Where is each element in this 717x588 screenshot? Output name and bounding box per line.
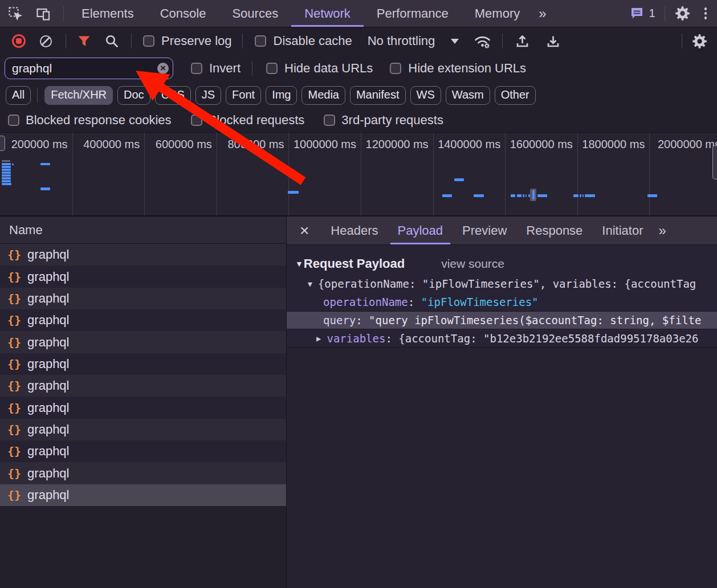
requests-pane: Name {}graphql{}graphql{}graphql{}graphq… <box>0 217 287 588</box>
menu-kebab-icon[interactable] <box>700 7 717 19</box>
tab-performance[interactable]: Performance <box>364 0 462 27</box>
request-row[interactable]: {}graphql <box>0 309 286 331</box>
waterfall-bar <box>2 169 11 171</box>
expand-triangle-icon[interactable]: ▶ <box>316 334 321 343</box>
request-row[interactable]: {}graphql <box>0 331 286 353</box>
waterfall-bar <box>2 166 11 168</box>
tab-memory[interactable]: Memory <box>462 0 533 27</box>
waterfall-bar <box>2 177 11 179</box>
request-row[interactable]: {}graphql <box>0 484 286 506</box>
chip-manifest[interactable]: Manifest <box>350 86 406 105</box>
preserve-log-checkbox[interactable] <box>143 35 154 47</box>
tab-sources[interactable]: Sources <box>219 0 291 27</box>
details-tab-initiator[interactable]: Initiator <box>592 217 653 244</box>
chip-doc[interactable]: Doc <box>117 86 150 105</box>
waterfall-bar <box>525 194 527 197</box>
request-row[interactable]: {}graphql <box>0 419 286 440</box>
time-label: 400000 ms <box>83 138 140 151</box>
network-conditions-icon[interactable] <box>473 34 492 49</box>
request-name: graphql <box>27 247 69 262</box>
time-label: 1000000 ms <box>294 138 356 151</box>
filter-bar: × Invert Hide data URLs Hide extension U… <box>0 55 717 82</box>
waterfall-bar <box>582 194 584 197</box>
tab-elements[interactable]: Elements <box>68 0 147 27</box>
inspect-element-icon[interactable] <box>8 6 23 21</box>
request-row[interactable]: {}graphql <box>0 440 286 462</box>
network-settings-gear-icon[interactable] <box>682 34 717 49</box>
chip-js[interactable]: JS <box>195 86 221 105</box>
invert-checkbox[interactable] <box>191 63 202 74</box>
name-column-header[interactable]: Name <box>0 217 286 244</box>
request-row[interactable]: {}graphql <box>0 244 286 266</box>
view-source-link[interactable]: view source <box>441 257 504 271</box>
request-row[interactable]: {}graphql <box>0 375 286 397</box>
details-tab-payload[interactable]: Payload <box>388 217 453 244</box>
tab-network[interactable]: Network <box>291 0 364 27</box>
tab-console[interactable]: Console <box>147 0 219 27</box>
hide-extension-urls-checkbox[interactable] <box>390 63 401 74</box>
waterfall-marker <box>530 189 536 201</box>
details-tab-preview[interactable]: Preview <box>453 217 516 244</box>
filter-funnel-icon[interactable] <box>77 35 91 48</box>
details-tab-headers[interactable]: Headers <box>321 217 388 244</box>
fetch-xhr-icon: {} <box>7 423 21 436</box>
device-toolbar-icon[interactable] <box>36 6 51 21</box>
devtools-window: ElementsConsoleSourcesNetworkPerformance… <box>0 0 717 588</box>
clear-filter-icon[interactable]: × <box>157 63 169 74</box>
network-overview[interactable]: 200000 ms400000 ms600000 ms800000 ms1000… <box>0 132 717 217</box>
payload-preview-row[interactable]: ▼{operationName: "ipFlowTimeseries", var… <box>287 275 717 293</box>
chip-media[interactable]: Media <box>302 86 345 105</box>
hide-data-urls-checkbox[interactable] <box>266 63 278 74</box>
request-row[interactable]: {}graphql <box>0 353 286 375</box>
fetch-xhr-icon: {} <box>7 467 21 480</box>
overview-right-grip[interactable] <box>712 145 717 179</box>
disable-cache-checkbox[interactable] <box>255 35 266 47</box>
fetch-xhr-icon: {} <box>7 270 21 284</box>
throttling-dropdown-icon[interactable] <box>451 39 459 44</box>
request-row[interactable]: {}graphql <box>0 462 286 484</box>
network-toolbar: Preserve log Disable cache No throttling <box>0 27 717 55</box>
blocked-requests-checkbox[interactable] <box>191 115 202 126</box>
clear-network-log-icon[interactable] <box>40 35 52 47</box>
close-details-icon[interactable]: × <box>287 217 321 244</box>
import-har-icon[interactable] <box>515 34 529 48</box>
payload-query-row[interactable]: query: "query ipFlowTimeseries($accountT… <box>287 311 717 329</box>
chip-ws[interactable]: WS <box>410 86 441 105</box>
collapse-triangle-icon[interactable]: ▼ <box>295 259 303 268</box>
3rd-party-requests-checkbox[interactable] <box>324 115 335 126</box>
chip-img[interactable]: Img <box>266 86 297 105</box>
main-tabbar-tabs: ElementsConsoleSourcesNetworkPerformance… <box>68 0 533 27</box>
request-row[interactable]: {}graphql <box>0 288 286 309</box>
chip-other[interactable]: Other <box>495 86 536 105</box>
settings-gear-icon[interactable] <box>665 6 700 21</box>
record-network-log-icon[interactable] <box>12 34 26 48</box>
blocked-response-cookies-checkbox[interactable] <box>8 115 19 126</box>
details-tab-response[interactable]: Response <box>516 217 592 244</box>
waterfall-bar <box>2 160 10 162</box>
chip-fetch-xhr[interactable]: Fetch/XHR <box>44 86 113 105</box>
waterfall-bar <box>517 194 522 197</box>
filter-input[interactable] <box>5 58 173 79</box>
waterfall-bar <box>2 172 11 174</box>
resource-type-filters: AllFetch/XHRDocCSSJSFontImgMediaManifest… <box>0 82 717 108</box>
request-name: graphql <box>27 357 69 371</box>
chip-all[interactable]: All <box>6 86 31 105</box>
issues-icon[interactable] <box>630 7 644 20</box>
export-har-icon[interactable] <box>546 34 560 48</box>
expand-triangle-icon[interactable]: ▼ <box>308 280 312 288</box>
grid-line <box>144 133 145 215</box>
payload-variables-row[interactable]: ▶variables: {accountTag: "b12e3b2192ee55… <box>287 329 717 348</box>
fetch-xhr-icon: {} <box>7 488 21 502</box>
details-more-tabs-icon[interactable]: » <box>653 217 670 244</box>
chip-wasm[interactable]: Wasm <box>446 86 490 105</box>
search-icon[interactable] <box>105 34 119 48</box>
request-row[interactable]: {}graphql <box>0 266 286 287</box>
waterfall-bar <box>573 194 579 197</box>
chip-css[interactable]: CSS <box>155 86 191 105</box>
fetch-xhr-icon: {} <box>7 401 21 415</box>
more-tabs-icon[interactable]: » <box>533 6 549 22</box>
request-row[interactable]: {}graphql <box>0 397 286 418</box>
chip-font[interactable]: Font <box>226 86 261 105</box>
overview-left-grip[interactable] <box>0 136 5 151</box>
throttling-select[interactable]: No throttling <box>368 34 435 48</box>
